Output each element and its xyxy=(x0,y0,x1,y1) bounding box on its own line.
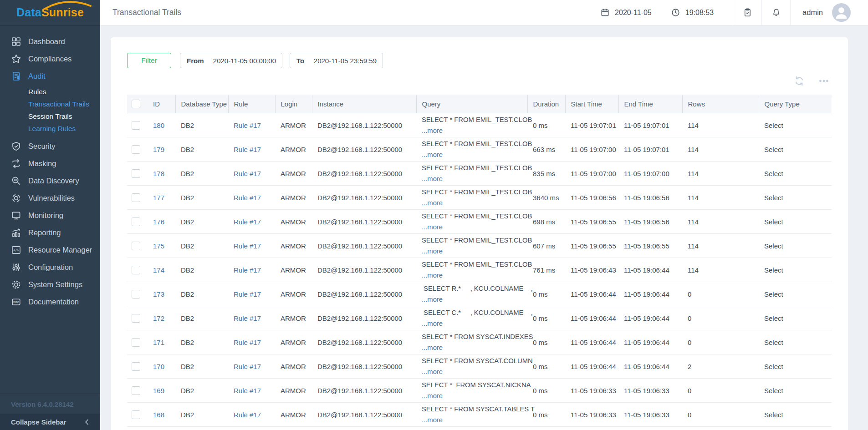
query-more-link[interactable]: ...more xyxy=(422,248,443,255)
query-more-link[interactable]: ...more xyxy=(422,199,443,207)
sidebar-item-system-settings[interactable]: System Settings xyxy=(0,276,100,293)
trail-id-link[interactable]: 172 xyxy=(153,314,164,322)
rule-link[interactable]: Rule #17 xyxy=(234,170,261,177)
select-all-checkbox[interactable] xyxy=(132,100,140,108)
sidebar-item-monitoring[interactable]: Monitoring xyxy=(0,207,100,224)
row-checkbox[interactable] xyxy=(132,193,140,202)
notifications-button[interactable] xyxy=(762,0,790,25)
user-menu[interactable]: admin xyxy=(802,8,823,17)
query-more-link[interactable]: ...more xyxy=(422,296,443,303)
avatar[interactable] xyxy=(832,3,851,22)
column-header-login[interactable]: Login xyxy=(275,95,312,113)
column-header-duration[interactable]: Duration xyxy=(527,95,565,113)
row-checkbox[interactable] xyxy=(132,290,140,298)
trail-id-link[interactable]: 169 xyxy=(153,387,164,395)
trail-id-link[interactable]: 179 xyxy=(153,146,164,153)
rule-link[interactable]: Rule #17 xyxy=(234,363,261,370)
column-header-rule[interactable]: Rule xyxy=(228,95,275,113)
column-header-query[interactable]: Query xyxy=(416,95,527,113)
query-more-link[interactable]: ...more xyxy=(422,127,443,134)
sidebar-item-configuration[interactable]: Configuration xyxy=(0,258,100,276)
row-checkbox[interactable] xyxy=(132,121,140,130)
query-more-link[interactable]: ...more xyxy=(422,368,443,375)
trail-id-link[interactable]: 171 xyxy=(153,339,164,346)
trail-id-link[interactable]: 170 xyxy=(153,363,164,370)
rows-count-cell: 114 xyxy=(682,234,759,258)
column-header-end-time[interactable]: End Time xyxy=(618,95,682,113)
collapse-sidebar-button[interactable]: Collapse Sidebar xyxy=(0,414,100,430)
trail-id-link[interactable]: 174 xyxy=(153,266,164,274)
query-more-link[interactable]: ...more xyxy=(422,344,443,351)
sidebar-item-vulnerabilities[interactable]: Vulnerabilities xyxy=(0,189,100,207)
rule-link[interactable]: Rule #17 xyxy=(234,339,261,346)
rule-link[interactable]: Rule #17 xyxy=(234,194,261,202)
query-more-link[interactable]: ...more xyxy=(422,175,443,182)
sidebar-item-session-trails[interactable]: Session Trails xyxy=(0,110,100,122)
column-header-start-time[interactable]: Start Time xyxy=(565,95,618,113)
start-time-cell: 11-05 19:06:44 xyxy=(565,330,618,354)
sidebar-item-compliances[interactable]: Compliances xyxy=(0,50,100,67)
rule-link[interactable]: Rule #17 xyxy=(234,266,261,274)
sidebar-item-security[interactable]: Security xyxy=(0,137,100,155)
sidebar-item-rules[interactable]: Rules xyxy=(0,86,100,98)
trail-id-link[interactable]: 175 xyxy=(153,242,164,250)
row-checkbox[interactable] xyxy=(132,410,140,419)
rule-link[interactable]: Rule #17 xyxy=(234,146,261,153)
sidebar-item-audit[interactable]: Audit xyxy=(0,67,100,85)
row-checkbox[interactable] xyxy=(132,169,140,178)
query-more-link[interactable]: ...more xyxy=(422,392,443,400)
column-header-database-type[interactable]: Database Type xyxy=(175,95,228,113)
row-checkbox[interactable] xyxy=(132,242,140,250)
dashboard-grid-icon xyxy=(11,36,21,47)
rule-link[interactable]: Rule #17 xyxy=(234,218,261,226)
trail-id-link[interactable]: 173 xyxy=(153,290,164,298)
sidebar-item-learning-rules[interactable]: Learning Rules xyxy=(0,122,100,135)
sidebar-item-dashboard[interactable]: Dashboard xyxy=(0,33,100,50)
row-checkbox[interactable] xyxy=(132,362,140,371)
row-select-cell xyxy=(127,137,148,162)
sidebar-item-reporting[interactable]: Reporting xyxy=(0,224,100,241)
id-cell: 170 xyxy=(148,354,175,379)
datasunrise-logo[interactable]: DataSunrise xyxy=(0,0,100,25)
table-row: 178 DB2 Rule #17 ARMOR DB2@192.168.1.122… xyxy=(127,162,832,186)
column-header-rows[interactable]: Rows xyxy=(682,95,759,113)
rule-link[interactable]: Rule #17 xyxy=(234,314,261,322)
trail-id-link[interactable]: 178 xyxy=(153,170,164,177)
sidebar-item-data-discovery[interactable]: Data Discovery xyxy=(0,172,100,189)
rule-link[interactable]: Rule #17 xyxy=(234,290,261,298)
to-datetime-input[interactable]: To 2020-11-05 23:59:59 xyxy=(290,53,383,68)
row-checkbox[interactable] xyxy=(132,266,140,274)
trail-id-link[interactable]: 176 xyxy=(153,218,164,226)
query-more-link[interactable]: ...more xyxy=(422,416,443,424)
refresh-button[interactable] xyxy=(793,75,805,87)
sidebar-item-resource-manager[interactable]: Resource Manager xyxy=(0,241,100,258)
row-checkbox[interactable] xyxy=(132,314,140,323)
trail-id-link[interactable]: 168 xyxy=(153,411,164,419)
query-more-link[interactable]: ...more xyxy=(422,151,443,158)
row-checkbox[interactable] xyxy=(132,386,140,395)
sidebar-item-masking[interactable]: Masking xyxy=(0,155,100,172)
tasks-clipboard-button[interactable] xyxy=(733,0,761,25)
rule-link[interactable]: Rule #17 xyxy=(234,387,261,395)
row-checkbox[interactable] xyxy=(132,145,140,154)
row-checkbox[interactable] xyxy=(132,338,140,347)
rule-link[interactable]: Rule #17 xyxy=(234,242,261,250)
more-options-button[interactable] xyxy=(816,76,832,86)
row-checkbox[interactable] xyxy=(132,218,140,226)
sidebar-item-transactional-trails[interactable]: Transactional Trails xyxy=(0,98,100,110)
filter-button[interactable]: Filter xyxy=(127,53,171,68)
trail-id-link[interactable]: 180 xyxy=(153,121,164,129)
from-datetime-input[interactable]: From 2020-11-05 00:00:00 xyxy=(180,53,282,68)
sidebar-item-documentation[interactable]: Documentation xyxy=(0,293,100,310)
trail-id-link[interactable]: 177 xyxy=(153,194,164,202)
duration-cell: 607 ms xyxy=(527,234,565,258)
column-header-query-type[interactable]: Query Type xyxy=(759,95,832,113)
query-more-link[interactable]: ...more xyxy=(422,223,443,231)
query-more-link[interactable]: ...more xyxy=(422,272,443,279)
end-time-cell: 11-05 19:06:44 xyxy=(618,330,682,354)
rule-link[interactable]: Rule #17 xyxy=(234,121,261,129)
column-header-instance[interactable]: Instance xyxy=(312,95,416,113)
rule-link[interactable]: Rule #17 xyxy=(234,411,261,419)
query-more-link[interactable]: ...more xyxy=(422,320,443,327)
column-header-id[interactable]: ID xyxy=(148,95,175,113)
